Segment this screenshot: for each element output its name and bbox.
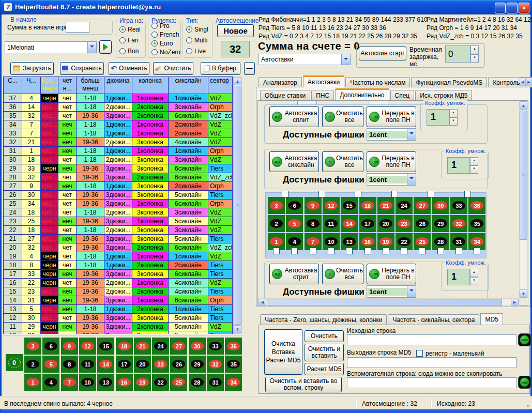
board-cell-7[interactable]: 7: [61, 374, 78, 391]
tab-автоставки[interactable]: Автоставки: [303, 75, 345, 87]
mini-board-cell-12[interactable]: 12: [323, 197, 340, 214]
buffer-button[interactable]: В буфер: [201, 62, 240, 75]
radio-option-pro[interactable]: Pro: [151, 21, 180, 30]
mini-board-cell-5[interactable]: 5: [286, 215, 303, 232]
radio-icon[interactable]: [186, 37, 192, 43]
clear-button[interactable]: Очистить: [153, 62, 193, 75]
pane-scroll-thumb[interactable]: ≡: [520, 111, 527, 240]
radio-option-live[interactable]: Live: [186, 47, 208, 55]
md5-aux-input[interactable]: [347, 377, 516, 388]
clear-all-button-1[interactable]: ✶ Очистить все: [322, 106, 363, 127]
mini-board-cell-27[interactable]: 27: [414, 197, 431, 214]
new-button[interactable]: Новое: [217, 24, 254, 37]
radio-option-fan[interactable]: Fan: [119, 36, 141, 44]
load-button[interactable]: Загрузить: [10, 62, 54, 75]
sixline-checkbox[interactable]: [391, 191, 398, 197]
board-cell-36[interactable]: 36: [225, 338, 242, 355]
chips-combo-3[interactable]: 1cent: [367, 285, 416, 298]
maximize-button[interactable]: □: [507, 3, 518, 13]
tab-частота-сиклайны-сектора[interactable]: Частота - сиклайны, сектора: [388, 314, 479, 325]
minimize-button[interactable]: —: [495, 3, 506, 13]
board-cell-27[interactable]: 27: [170, 338, 187, 355]
radio-option-real[interactable]: Real: [119, 25, 141, 34]
radio-icon[interactable]: [151, 49, 158, 55]
close-button[interactable]: ×: [519, 3, 529, 13]
board-cell-29[interactable]: 29: [189, 356, 206, 373]
md5-clear-paste-button[interactable]: Очистить и вставить: [305, 344, 344, 361]
tab-функционал-psevdoms[interactable]: Функционал PsevdoMS: [411, 77, 487, 87]
tabs-scroll-left-icon[interactable]: ◀: [520, 78, 526, 86]
scroll-up-icon[interactable]: ▲: [520, 101, 527, 110]
board-cell-26[interactable]: 26: [170, 356, 187, 373]
spin-up-icon[interactable]: ▲: [449, 109, 458, 117]
spin-down-icon[interactable]: ▼: [470, 54, 479, 63]
sixline-checkbox[interactable]: [464, 191, 471, 197]
chips-combo-1[interactable]: 1cent: [367, 128, 416, 141]
mini-board-cell-15[interactable]: 15: [341, 197, 358, 214]
radio-icon[interactable]: [119, 26, 126, 33]
koeff-spinner-1[interactable]: ▲ ▼: [449, 109, 458, 126]
collapse-button[interactable]: —: [244, 62, 255, 75]
radio-icon[interactable]: [186, 48, 192, 54]
board-cell-23[interactable]: 23: [152, 356, 169, 373]
tab-пнс[interactable]: ПНС: [311, 90, 334, 100]
tabs-scroll-right-icon[interactable]: ▶: [526, 78, 532, 86]
board-cell-10[interactable]: 10: [79, 374, 96, 391]
pane-scrollbar[interactable]: ▲ ≡ ▼: [519, 101, 528, 298]
radio-option-bon[interactable]: Bon: [119, 47, 141, 55]
chips-combo-2[interactable]: 1cent: [367, 173, 416, 186]
autobet-sixline-button[interactable]: A6 Автоставка сикслайн: [269, 151, 319, 172]
board-cell-2[interactable]: 2: [24, 356, 41, 373]
board-cell-34[interactable]: 34: [225, 374, 242, 391]
transfer-button-3[interactable]: →ПН Передать в поле ПН: [367, 264, 416, 284]
street-checkbox[interactable]: [346, 248, 353, 254]
md5-clear-button[interactable]: Очистить: [305, 330, 344, 342]
tab-исх-строки-мд5[interactable]: Исх. строки МД5: [415, 90, 472, 100]
board-cell-33[interactable]: 33: [207, 338, 224, 355]
street-checkbox[interactable]: [419, 248, 425, 254]
street-checkbox[interactable]: [383, 248, 389, 254]
board-cell-24[interactable]: 24: [152, 338, 169, 355]
table-scroll-thumb[interactable]: ≡: [234, 86, 241, 325]
board-cell-35[interactable]: 35: [225, 356, 242, 373]
scroll-down-icon[interactable]: ▼: [520, 289, 527, 298]
resize-grip[interactable]: ⠿: [526, 403, 530, 408]
pane-hscrollbar[interactable]: ◀ ▶: [258, 298, 519, 306]
mini-board-cell-32[interactable]: 32: [450, 215, 467, 232]
mini-board-cell-36[interactable]: 36: [468, 197, 485, 214]
tab-анализатор[interactable]: Анализатор: [259, 77, 302, 87]
board-cell-3[interactable]: 3: [24, 338, 41, 355]
autobet-street-button[interactable]: A3 Автоставка стрит: [269, 264, 319, 284]
mini-board-cell-21[interactable]: 21: [377, 197, 394, 214]
undo-button[interactable]: ↶ Отменить: [109, 62, 149, 75]
sixline-checkbox[interactable]: [428, 191, 434, 197]
radio-icon[interactable]: [151, 23, 158, 29]
spin-down-icon[interactable]: ▼: [449, 117, 458, 126]
koeff-spinner-3[interactable]: ▲ ▼: [470, 269, 478, 285]
board-cell-32[interactable]: 32: [207, 356, 224, 373]
board-cell-31[interactable]: 31: [207, 374, 224, 391]
chevron-down-icon[interactable]: [341, 54, 350, 65]
radio-icon[interactable]: [186, 26, 192, 33]
save-button[interactable]: Сохранить: [60, 62, 104, 75]
play-button[interactable]: [99, 40, 112, 54]
mini-board-cell-35[interactable]: 35: [468, 215, 485, 232]
board-cell-1[interactable]: 1: [24, 374, 41, 391]
chevron-down-icon[interactable]: [407, 174, 416, 185]
board-cell-28[interactable]: 28: [189, 374, 206, 391]
md5-calc-button[interactable]: Расчет MD5: [305, 363, 344, 375]
street-checkbox[interactable]: [437, 248, 444, 254]
chevron-down-icon[interactable]: [87, 42, 96, 53]
street-checkbox[interactable]: [310, 248, 316, 254]
tab-md5[interactable]: MD5: [480, 313, 503, 325]
board-cell-5[interactable]: 5: [42, 356, 59, 373]
scroll-up-icon[interactable]: ▲: [234, 77, 241, 85]
autospin-button[interactable]: Автоспин старт: [359, 47, 406, 60]
board-cell-8[interactable]: 8: [61, 356, 78, 373]
street-checkbox[interactable]: [474, 248, 480, 254]
start-sum-input[interactable]: [66, 22, 89, 33]
board-cell-9[interactable]: 9: [61, 338, 78, 355]
radio-option-nozero[interactable]: NoZero: [151, 48, 180, 56]
tab-дополнительно[interactable]: Дополнительно: [335, 88, 389, 100]
board-cell-11[interactable]: 11: [79, 356, 96, 373]
